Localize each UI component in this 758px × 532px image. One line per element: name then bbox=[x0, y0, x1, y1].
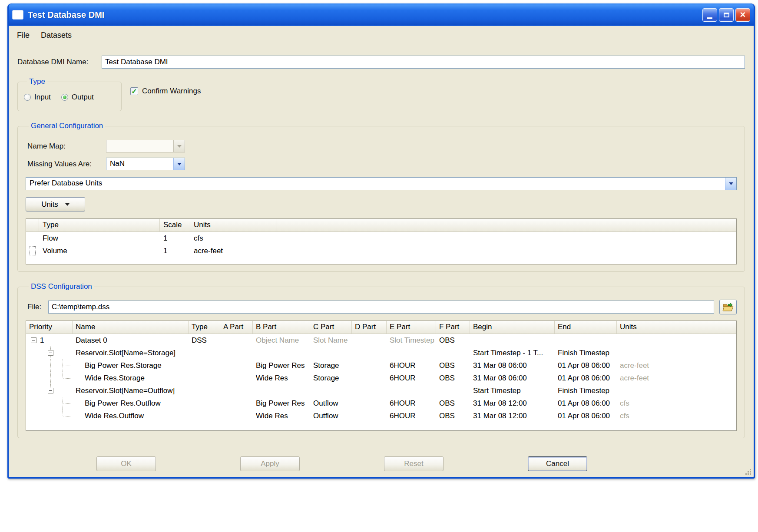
cell-d-part bbox=[352, 384, 387, 397]
units-column-units[interactable]: Units bbox=[190, 219, 277, 231]
tree-expander-minus[interactable] bbox=[31, 337, 36, 343]
dss-column-end[interactable]: End bbox=[555, 321, 617, 334]
window-title: Test Database DMI bbox=[28, 10, 698, 20]
cell-d-part bbox=[352, 359, 387, 372]
dss-column-spacer bbox=[650, 321, 736, 334]
cell-b-part: Wide Res bbox=[253, 372, 310, 384]
cell-b-part: Wide Res bbox=[253, 410, 310, 422]
dss-table-row[interactable]: Reservoir.Slot[Name=Storage]Start Timest… bbox=[26, 347, 736, 359]
dss-table-row[interactable]: Reservoir.Slot[Name=Outflow]Start Timest… bbox=[26, 384, 736, 397]
units-cell-scale: 1 bbox=[160, 247, 190, 255]
radio-label: Output bbox=[72, 93, 94, 102]
missing-values-dropdown-button[interactable] bbox=[173, 158, 185, 170]
dss-table: PriorityNameTypeA PartB PartC PartD Part… bbox=[26, 321, 737, 431]
missing-values-value: NaN bbox=[106, 158, 173, 170]
dss-table-header: PriorityNameTypeA PartB PartC PartD Part… bbox=[26, 321, 736, 334]
cell-type bbox=[189, 359, 220, 372]
cell-begin: 31 Mar 08 06:00 bbox=[470, 372, 555, 384]
dss-file-input[interactable] bbox=[48, 301, 714, 314]
tree-expander-minus[interactable] bbox=[48, 388, 53, 393]
tree-expander-minus[interactable] bbox=[48, 350, 53, 356]
dss-column-begin[interactable]: Begin bbox=[470, 321, 555, 334]
cell-end: 01 Apr 08 06:00 bbox=[555, 397, 617, 410]
units-preference-combobox[interactable]: Prefer Database Units bbox=[26, 177, 737, 190]
dss-table-row[interactable]: Wide Res.StorageWide ResStorage6HOUROBS3… bbox=[26, 372, 736, 384]
units-table-row[interactable]: Flow1cfs bbox=[26, 232, 736, 245]
cell-f-part: OBS bbox=[436, 410, 470, 422]
titlebar[interactable]: Test Database DMI × bbox=[9, 3, 754, 26]
dss-column-units[interactable]: Units bbox=[617, 321, 650, 334]
dss-column-c-part[interactable]: C Part bbox=[310, 321, 352, 334]
units-column-spacer bbox=[26, 219, 39, 231]
dialog-content: Database DMI Name: Type InputOutput ✓ Co… bbox=[9, 44, 754, 471]
type-row: Type InputOutput ✓ Confirm Warnings bbox=[17, 77, 745, 111]
dmi-name-input[interactable] bbox=[102, 56, 745, 69]
dss-file-label: File: bbox=[26, 303, 43, 311]
tree-guide bbox=[50, 359, 51, 372]
tree-guide bbox=[63, 378, 71, 379]
dss-table-row[interactable]: 1Dataset 0DSSObject NameSlot NameSlot Ti… bbox=[26, 334, 736, 347]
cell-spacer bbox=[650, 334, 736, 347]
cell-c-part bbox=[310, 347, 352, 359]
cancel-button[interactable]: Cancel bbox=[528, 456, 587, 471]
type-groupbox: Type InputOutput bbox=[17, 77, 122, 111]
confirm-warnings-checkbox[interactable]: ✓ Confirm Warnings bbox=[130, 87, 201, 96]
reset-button: Reset bbox=[384, 456, 444, 471]
row-selector-box bbox=[30, 246, 36, 255]
units-preference-dropdown-button[interactable] bbox=[725, 178, 736, 190]
dss-config-label: DSS Configuration bbox=[29, 282, 94, 291]
dmi-name-row: Database DMI Name: bbox=[17, 56, 745, 69]
dss-column-e-part[interactable]: E Part bbox=[387, 321, 436, 334]
cell-end: 01 Apr 08 06:00 bbox=[555, 359, 617, 372]
dss-column-priority[interactable]: Priority bbox=[26, 321, 73, 334]
units-column-scale[interactable]: Scale bbox=[160, 219, 190, 231]
cell-f-part: OBS bbox=[436, 359, 470, 372]
cell-end: Finish Timestep bbox=[555, 347, 617, 359]
close-icon: × bbox=[740, 10, 746, 20]
chevron-down-icon bbox=[729, 182, 733, 185]
cell-spacer bbox=[650, 397, 736, 410]
dss-column-f-part[interactable]: F Part bbox=[436, 321, 470, 334]
dss-column-name[interactable]: Name bbox=[73, 321, 189, 334]
dss-table-row[interactable]: Big Power Res.OutflowBig Power ResOutflo… bbox=[26, 397, 736, 410]
priority-cell bbox=[26, 372, 73, 384]
priority-cell bbox=[26, 410, 73, 422]
close-button[interactable]: × bbox=[735, 8, 750, 22]
priority-cell: 1 bbox=[26, 334, 73, 347]
dss-column-type[interactable]: Type bbox=[189, 321, 220, 334]
checkbox-check-icon: ✓ bbox=[130, 87, 138, 95]
missing-values-combobox[interactable]: NaN bbox=[106, 158, 185, 170]
units-menu-button[interactable]: Units bbox=[26, 197, 85, 211]
cell-units bbox=[617, 384, 650, 397]
minimize-button[interactable] bbox=[702, 8, 717, 22]
cell-units: acre-feet bbox=[617, 359, 650, 372]
cell-e-part: 6HOUR bbox=[387, 410, 436, 422]
dss-column-b-part[interactable]: B Part bbox=[253, 321, 310, 334]
open-folder-icon bbox=[722, 303, 734, 312]
dss-column-d-part[interactable]: D Part bbox=[352, 321, 387, 334]
cell-spacer bbox=[650, 359, 736, 372]
resize-grip[interactable] bbox=[745, 469, 751, 475]
cell-units: cfs bbox=[617, 397, 650, 410]
radio-output[interactable]: Output bbox=[61, 93, 94, 102]
menu-file[interactable]: File bbox=[11, 28, 35, 43]
chevron-down-icon bbox=[65, 203, 70, 206]
radio-unselected-icon bbox=[24, 94, 31, 101]
units-column-type[interactable]: Type bbox=[39, 219, 160, 231]
units-table-row[interactable]: Volume1acre-feet bbox=[26, 245, 736, 257]
radio-input[interactable]: Input bbox=[24, 93, 51, 102]
chevron-down-icon bbox=[177, 145, 182, 148]
cell-e-part: 6HOUR bbox=[387, 372, 436, 384]
tree-guide bbox=[63, 372, 63, 378]
menu-datasets[interactable]: Datasets bbox=[35, 28, 77, 43]
name-cell: Big Power Res.Outflow bbox=[73, 397, 189, 410]
browse-file-button[interactable] bbox=[719, 300, 737, 314]
dss-table-row[interactable]: Wide Res.OutflowWide ResOutflow6HOUROBS3… bbox=[26, 410, 736, 422]
dss-table-body: 1Dataset 0DSSObject NameSlot NameSlot Ti… bbox=[26, 334, 736, 422]
dss-table-row[interactable]: Big Power Res.StorageBig Power ResStorag… bbox=[26, 359, 736, 372]
cell-spacer bbox=[650, 347, 736, 359]
maximize-button[interactable] bbox=[719, 8, 734, 22]
minimize-icon bbox=[707, 17, 712, 19]
tree-guide bbox=[63, 416, 71, 416]
dss-column-a-part[interactable]: A Part bbox=[220, 321, 253, 334]
